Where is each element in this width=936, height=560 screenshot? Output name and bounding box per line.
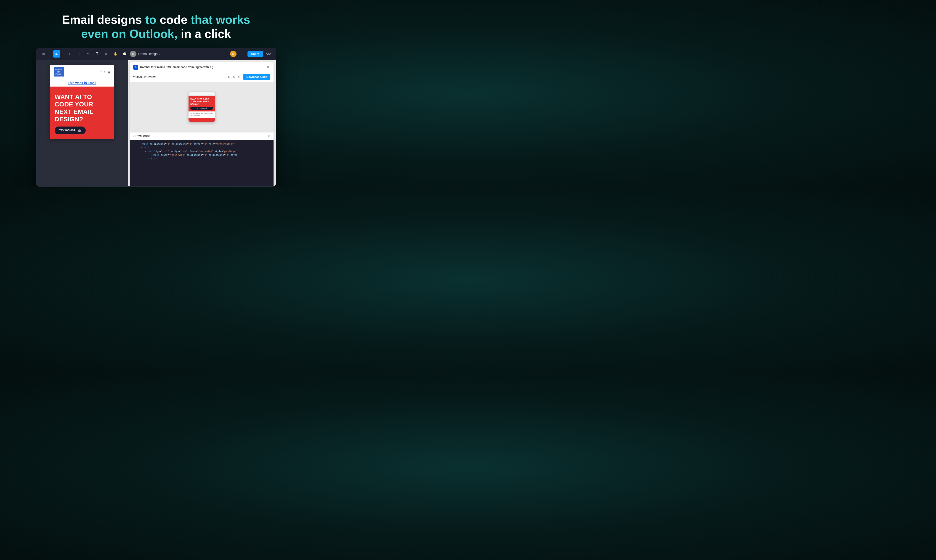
- app-window: ⊞ ▶ ⊹ □ ✒ T ⧉ ✋ 💬 K Demo Design D ▾ Shar…: [36, 48, 276, 186]
- chevron-down-icon: ▾: [133, 75, 134, 78]
- shape-tool-icon[interactable]: □: [75, 50, 82, 58]
- send-icon[interactable]: ➤: [233, 75, 236, 79]
- kombai-logo: K: [133, 65, 138, 70]
- pointer-tool-icon[interactable]: ▶: [53, 50, 60, 58]
- main-content: GEEKSOFEMAIL f 𝕏 ◉ This week in Email WA…: [36, 60, 276, 186]
- user-avatar-d: D: [230, 51, 236, 57]
- instagram-icon: ◉: [108, 70, 110, 74]
- hero-teal-1: to: [145, 13, 156, 26]
- component-tool-icon[interactable]: ⧉: [103, 50, 110, 58]
- html-chevron-icon: ▾: [133, 135, 134, 138]
- email-week-title: This week in Email: [50, 79, 114, 86]
- phone-banner-text: WANT AI TO CODE YOUR NEXT EMAIL DESIGN?: [190, 98, 213, 105]
- code-line-1: ▾ <table cellpadding="0" cellspacing="0"…: [134, 143, 270, 146]
- facebook-icon: f: [100, 70, 102, 74]
- figma-canvas: GEEKSOFEMAIL f 𝕏 ◉ This week in Email WA…: [36, 60, 128, 186]
- hero-text-part1: Email designs: [62, 13, 145, 26]
- hero-title-line1: Email designs to code that works: [62, 12, 250, 27]
- phone-mockup: WANT AI TO CODE YOUR NEXT EMAIL DESIGN? …: [188, 92, 216, 122]
- hero-section: Email designs to code that works even on…: [62, 12, 250, 41]
- email-banner-text: WANT AI TO CODE YOUR NEXT EMAIL DESIGN?: [55, 94, 109, 123]
- toolbar-right: D ▾ Share </>: [230, 50, 272, 58]
- toolbar: ⊞ ▶ ⊹ □ ✒ T ⧉ ✋ 💬 K Demo Design D ▾ Shar…: [36, 48, 276, 60]
- email-banner: WANT AI TO CODE YOUR NEXT EMAIL DESIGN? …: [50, 86, 114, 139]
- email-mockup-header: GEEKSOFEMAIL f 𝕏 ◉: [50, 65, 114, 79]
- email-preview-section: ▾ EMAIL PREVIEW ↻ ➤ ⚙ Download Code: [130, 72, 273, 82]
- refresh-icon[interactable]: ↻: [228, 75, 231, 79]
- twitter-icon: 𝕏: [103, 70, 106, 74]
- phone-cta: TRY KOMBAI 🤖: [190, 107, 213, 110]
- html-code-header: ▾ HTML CODE ⧉: [130, 132, 273, 140]
- preview-area: WANT AI TO CODE YOUR NEXT EMAIL DESIGN? …: [130, 82, 273, 132]
- avatar-chevron[interactable]: ▾: [238, 50, 246, 58]
- email-mockup: GEEKSOFEMAIL f 𝕏 ◉ This week in Email WA…: [50, 65, 114, 139]
- design-name-chevron: [159, 52, 160, 56]
- hero-title-line2: even on Outlook, in a click: [62, 27, 250, 41]
- toolbar-divider-2: [63, 51, 63, 57]
- phone-body-text: You are on the right page! Kombai can co…: [190, 113, 213, 116]
- grid-tool-icon[interactable]: ⊞: [40, 50, 47, 58]
- preview-actions: ↻ ➤ ⚙ Download Code: [228, 74, 270, 80]
- design-name[interactable]: Demo Design: [138, 52, 160, 56]
- user-avatar-k: K: [130, 51, 136, 57]
- code-line-5: ▾ <tr>: [134, 157, 270, 161]
- kombai-icon: 🤖: [78, 129, 81, 132]
- download-code-button[interactable]: Download Code: [243, 74, 270, 80]
- toolbar-center: K Demo Design: [130, 51, 228, 57]
- copy-icon[interactable]: ⧉: [268, 134, 270, 138]
- close-button[interactable]: ✕: [266, 65, 270, 69]
- phone-top-bar: [188, 92, 215, 96]
- phone-body: You are on the right page! Kombai can co…: [188, 111, 215, 117]
- pen-tool-icon[interactable]: ✒: [84, 50, 92, 58]
- comment-tool-icon[interactable]: 💬: [121, 50, 128, 58]
- hero-text-part2: code: [156, 13, 191, 26]
- geeks-logo: GEEKSOFEMAIL: [54, 68, 64, 77]
- share-button[interactable]: Share: [247, 51, 263, 57]
- code-line-3: ▾ <td align="left" valign="top" class="f…: [134, 150, 270, 154]
- frame-tool-icon[interactable]: ⊹: [66, 50, 73, 58]
- code-line-4: ▾ <table class="force-w100" cellpadding=…: [134, 154, 270, 157]
- code-area: ▾ <table cellpadding="0" cellspacing="0"…: [130, 140, 273, 186]
- text-tool-icon[interactable]: T: [94, 50, 101, 58]
- email-preview-label: ▾ EMAIL PREVIEW: [133, 75, 156, 78]
- phone-banner: WANT AI TO CODE YOUR NEXT EMAIL DESIGN? …: [188, 96, 215, 111]
- phone-footer: [188, 118, 215, 122]
- hero-text-rest: in a click: [177, 27, 231, 40]
- code-line-2: ▾ <tr>: [134, 146, 270, 150]
- html-code-label: ▾ HTML CODE: [133, 135, 150, 138]
- hero-teal-3: even on Outlook,: [81, 27, 177, 40]
- hand-tool-icon[interactable]: ✋: [112, 50, 119, 58]
- code-icon[interactable]: </>: [265, 50, 272, 58]
- email-cta: TRY KOMBAI 🤖: [55, 126, 86, 134]
- hero-teal-2: that works: [191, 13, 250, 26]
- plugin-window: K Kombai for Email (HTML email-code from…: [130, 62, 273, 186]
- plugin-panel: K Kombai for Email (HTML email-code from…: [128, 60, 276, 186]
- social-icons: f 𝕏 ◉: [100, 70, 110, 74]
- plugin-header: K Kombai for Email (HTML email-code from…: [130, 62, 273, 72]
- html-code-section: ▾ HTML CODE ⧉ ▾ <table cellpadding="0" c…: [130, 132, 273, 186]
- settings-icon[interactable]: ⚙: [238, 75, 241, 79]
- plugin-title: Kombai for Email (HTML email-code from F…: [140, 66, 264, 69]
